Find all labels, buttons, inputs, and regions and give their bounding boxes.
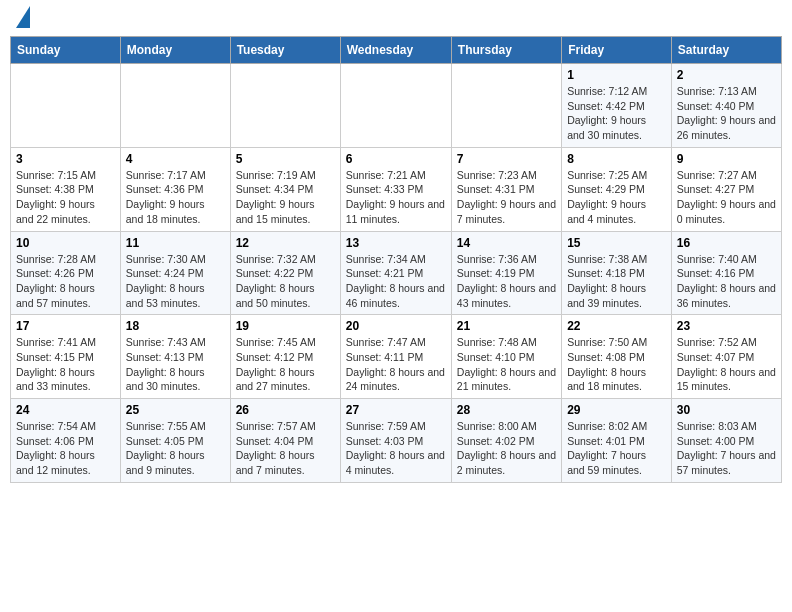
day-info: Sunrise: 7:17 AM Sunset: 4:36 PM Dayligh… bbox=[126, 168, 225, 227]
day-number: 13 bbox=[346, 236, 446, 250]
day-number: 5 bbox=[236, 152, 335, 166]
calendar-cell: 15Sunrise: 7:38 AM Sunset: 4:18 PM Dayli… bbox=[562, 231, 672, 315]
day-number: 20 bbox=[346, 319, 446, 333]
calendar-cell: 18Sunrise: 7:43 AM Sunset: 4:13 PM Dayli… bbox=[120, 315, 230, 399]
calendar-cell: 29Sunrise: 8:02 AM Sunset: 4:01 PM Dayli… bbox=[562, 399, 672, 483]
day-info: Sunrise: 8:03 AM Sunset: 4:00 PM Dayligh… bbox=[677, 419, 776, 478]
calendar-cell: 27Sunrise: 7:59 AM Sunset: 4:03 PM Dayli… bbox=[340, 399, 451, 483]
day-info: Sunrise: 7:36 AM Sunset: 4:19 PM Dayligh… bbox=[457, 252, 556, 311]
calendar-cell bbox=[120, 64, 230, 148]
day-info: Sunrise: 7:54 AM Sunset: 4:06 PM Dayligh… bbox=[16, 419, 115, 478]
day-info: Sunrise: 7:13 AM Sunset: 4:40 PM Dayligh… bbox=[677, 84, 776, 143]
day-info: Sunrise: 7:27 AM Sunset: 4:27 PM Dayligh… bbox=[677, 168, 776, 227]
day-number: 12 bbox=[236, 236, 335, 250]
day-info: Sunrise: 7:50 AM Sunset: 4:08 PM Dayligh… bbox=[567, 335, 666, 394]
calendar-cell: 1Sunrise: 7:12 AM Sunset: 4:42 PM Daylig… bbox=[562, 64, 672, 148]
day-info: Sunrise: 7:25 AM Sunset: 4:29 PM Dayligh… bbox=[567, 168, 666, 227]
calendar-cell: 23Sunrise: 7:52 AM Sunset: 4:07 PM Dayli… bbox=[671, 315, 781, 399]
day-number: 25 bbox=[126, 403, 225, 417]
calendar-week-row: 17Sunrise: 7:41 AM Sunset: 4:15 PM Dayli… bbox=[11, 315, 782, 399]
day-info: Sunrise: 7:12 AM Sunset: 4:42 PM Dayligh… bbox=[567, 84, 666, 143]
calendar-week-row: 24Sunrise: 7:54 AM Sunset: 4:06 PM Dayli… bbox=[11, 399, 782, 483]
day-info: Sunrise: 7:23 AM Sunset: 4:31 PM Dayligh… bbox=[457, 168, 556, 227]
day-number: 6 bbox=[346, 152, 446, 166]
day-number: 27 bbox=[346, 403, 446, 417]
day-number: 15 bbox=[567, 236, 666, 250]
day-number: 22 bbox=[567, 319, 666, 333]
calendar-cell bbox=[230, 64, 340, 148]
day-info: Sunrise: 7:40 AM Sunset: 4:16 PM Dayligh… bbox=[677, 252, 776, 311]
calendar-cell: 3Sunrise: 7:15 AM Sunset: 4:38 PM Daylig… bbox=[11, 147, 121, 231]
calendar-cell: 11Sunrise: 7:30 AM Sunset: 4:24 PM Dayli… bbox=[120, 231, 230, 315]
day-number: 7 bbox=[457, 152, 556, 166]
calendar-cell: 4Sunrise: 7:17 AM Sunset: 4:36 PM Daylig… bbox=[120, 147, 230, 231]
day-info: Sunrise: 7:45 AM Sunset: 4:12 PM Dayligh… bbox=[236, 335, 335, 394]
day-number: 28 bbox=[457, 403, 556, 417]
weekday-header-friday: Friday bbox=[562, 37, 672, 64]
day-info: Sunrise: 7:52 AM Sunset: 4:07 PM Dayligh… bbox=[677, 335, 776, 394]
day-info: Sunrise: 8:02 AM Sunset: 4:01 PM Dayligh… bbox=[567, 419, 666, 478]
day-info: Sunrise: 7:55 AM Sunset: 4:05 PM Dayligh… bbox=[126, 419, 225, 478]
day-number: 14 bbox=[457, 236, 556, 250]
day-info: Sunrise: 7:59 AM Sunset: 4:03 PM Dayligh… bbox=[346, 419, 446, 478]
day-number: 4 bbox=[126, 152, 225, 166]
calendar-cell: 25Sunrise: 7:55 AM Sunset: 4:05 PM Dayli… bbox=[120, 399, 230, 483]
day-number: 8 bbox=[567, 152, 666, 166]
calendar-cell: 28Sunrise: 8:00 AM Sunset: 4:02 PM Dayli… bbox=[451, 399, 561, 483]
calendar-cell: 16Sunrise: 7:40 AM Sunset: 4:16 PM Dayli… bbox=[671, 231, 781, 315]
day-number: 18 bbox=[126, 319, 225, 333]
day-info: Sunrise: 7:32 AM Sunset: 4:22 PM Dayligh… bbox=[236, 252, 335, 311]
calendar-week-row: 3Sunrise: 7:15 AM Sunset: 4:38 PM Daylig… bbox=[11, 147, 782, 231]
calendar-cell: 17Sunrise: 7:41 AM Sunset: 4:15 PM Dayli… bbox=[11, 315, 121, 399]
calendar-cell bbox=[451, 64, 561, 148]
logo bbox=[14, 10, 30, 28]
day-number: 3 bbox=[16, 152, 115, 166]
logo-triangle-icon bbox=[16, 6, 30, 28]
calendar-week-row: 1Sunrise: 7:12 AM Sunset: 4:42 PM Daylig… bbox=[11, 64, 782, 148]
day-number: 10 bbox=[16, 236, 115, 250]
day-number: 26 bbox=[236, 403, 335, 417]
calendar-cell: 5Sunrise: 7:19 AM Sunset: 4:34 PM Daylig… bbox=[230, 147, 340, 231]
calendar-cell: 20Sunrise: 7:47 AM Sunset: 4:11 PM Dayli… bbox=[340, 315, 451, 399]
day-info: Sunrise: 8:00 AM Sunset: 4:02 PM Dayligh… bbox=[457, 419, 556, 478]
day-info: Sunrise: 7:34 AM Sunset: 4:21 PM Dayligh… bbox=[346, 252, 446, 311]
day-info: Sunrise: 7:19 AM Sunset: 4:34 PM Dayligh… bbox=[236, 168, 335, 227]
calendar-cell: 8Sunrise: 7:25 AM Sunset: 4:29 PM Daylig… bbox=[562, 147, 672, 231]
calendar-cell: 24Sunrise: 7:54 AM Sunset: 4:06 PM Dayli… bbox=[11, 399, 121, 483]
weekday-header-thursday: Thursday bbox=[451, 37, 561, 64]
calendar-cell: 21Sunrise: 7:48 AM Sunset: 4:10 PM Dayli… bbox=[451, 315, 561, 399]
day-number: 21 bbox=[457, 319, 556, 333]
calendar-cell bbox=[340, 64, 451, 148]
calendar-header-row: SundayMondayTuesdayWednesdayThursdayFrid… bbox=[11, 37, 782, 64]
day-number: 17 bbox=[16, 319, 115, 333]
day-info: Sunrise: 7:21 AM Sunset: 4:33 PM Dayligh… bbox=[346, 168, 446, 227]
day-number: 19 bbox=[236, 319, 335, 333]
calendar-cell: 19Sunrise: 7:45 AM Sunset: 4:12 PM Dayli… bbox=[230, 315, 340, 399]
weekday-header-monday: Monday bbox=[120, 37, 230, 64]
calendar-cell: 2Sunrise: 7:13 AM Sunset: 4:40 PM Daylig… bbox=[671, 64, 781, 148]
day-number: 9 bbox=[677, 152, 776, 166]
day-number: 11 bbox=[126, 236, 225, 250]
weekday-header-saturday: Saturday bbox=[671, 37, 781, 64]
day-number: 16 bbox=[677, 236, 776, 250]
calendar-cell: 26Sunrise: 7:57 AM Sunset: 4:04 PM Dayli… bbox=[230, 399, 340, 483]
day-info: Sunrise: 7:30 AM Sunset: 4:24 PM Dayligh… bbox=[126, 252, 225, 311]
day-info: Sunrise: 7:15 AM Sunset: 4:38 PM Dayligh… bbox=[16, 168, 115, 227]
calendar-table: SundayMondayTuesdayWednesdayThursdayFrid… bbox=[10, 36, 782, 483]
calendar-cell: 30Sunrise: 8:03 AM Sunset: 4:00 PM Dayli… bbox=[671, 399, 781, 483]
day-number: 29 bbox=[567, 403, 666, 417]
day-number: 1 bbox=[567, 68, 666, 82]
calendar-cell: 6Sunrise: 7:21 AM Sunset: 4:33 PM Daylig… bbox=[340, 147, 451, 231]
day-number: 24 bbox=[16, 403, 115, 417]
day-info: Sunrise: 7:41 AM Sunset: 4:15 PM Dayligh… bbox=[16, 335, 115, 394]
weekday-header-tuesday: Tuesday bbox=[230, 37, 340, 64]
page-header bbox=[10, 10, 782, 28]
calendar-cell: 7Sunrise: 7:23 AM Sunset: 4:31 PM Daylig… bbox=[451, 147, 561, 231]
weekday-header-wednesday: Wednesday bbox=[340, 37, 451, 64]
day-info: Sunrise: 7:28 AM Sunset: 4:26 PM Dayligh… bbox=[16, 252, 115, 311]
day-number: 23 bbox=[677, 319, 776, 333]
calendar-cell bbox=[11, 64, 121, 148]
weekday-header-sunday: Sunday bbox=[11, 37, 121, 64]
calendar-cell: 13Sunrise: 7:34 AM Sunset: 4:21 PM Dayli… bbox=[340, 231, 451, 315]
calendar-cell: 22Sunrise: 7:50 AM Sunset: 4:08 PM Dayli… bbox=[562, 315, 672, 399]
